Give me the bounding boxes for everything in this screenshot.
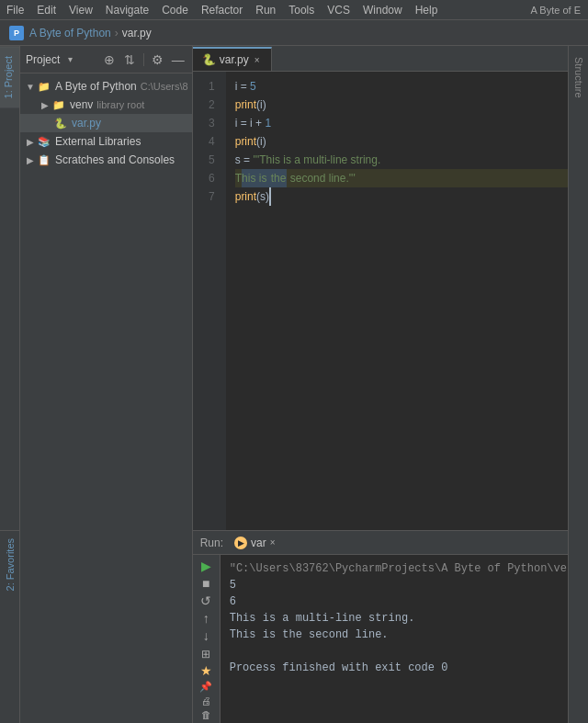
run-tab-var[interactable]: ▶ var × <box>229 535 281 551</box>
code-line-4: print ( i ) <box>235 132 588 151</box>
menu-window[interactable]: Window <box>356 2 409 18</box>
code-string-rest: second line.''' <box>287 169 355 187</box>
menu-refactor[interactable]: Refactor <box>195 2 249 18</box>
code-eq-2: = <box>237 114 250 132</box>
main-layout: 1: Project Project ▾ ⊕ ⇅ ⚙ — <box>0 46 588 723</box>
menu-help[interactable]: Help <box>409 2 445 18</box>
tree-item-varpy[interactable]: 🐍 var.py <box>20 114 192 132</box>
menu-tools[interactable]: Tools <box>282 2 321 18</box>
line-num-4: 4 <box>193 132 220 151</box>
menu-code[interactable]: Code <box>155 2 195 18</box>
run-layout-icon: ⊞ <box>201 648 210 661</box>
toolbar-separator <box>143 53 144 66</box>
code-func-print-3: print <box>235 187 256 206</box>
line-numbers: 1 2 3 4 5 6 7 <box>193 72 226 530</box>
run-stop-btn[interactable]: ■ <box>196 576 216 591</box>
code-line-7: print ( s ) <box>235 187 588 206</box>
titlebar-separator: › <box>115 27 119 40</box>
code-num-5: 5 <box>250 77 256 96</box>
right-sidebar: Structure <box>568 46 588 723</box>
run-pin-btn[interactable]: 📌 <box>196 681 216 693</box>
line-num-2: 2 <box>193 96 220 114</box>
code-plus: + <box>253 114 266 132</box>
tab-label: var.py <box>220 53 249 66</box>
tab-py-icon: 🐍 <box>202 53 216 66</box>
menu-navigate[interactable]: Navigate <box>99 2 155 18</box>
code-line-5: s = '''This is a multi-line string. <box>235 151 588 169</box>
tree-item-external[interactable]: ▶ 📚 External Libraries <box>20 132 192 151</box>
titlebar: P A Byte of Python › var.py <box>0 20 588 46</box>
toolbar-sync-btn[interactable]: ⇅ <box>121 51 138 68</box>
top-area: Project ▾ ⊕ ⇅ ⚙ — ▼ 📁 A Byte of Python <box>20 46 568 723</box>
run-output-line-3: 6 <box>230 593 588 610</box>
project-panel: Project ▾ ⊕ ⇅ ⚙ — ▼ 📁 A Byte of Python <box>20 46 193 723</box>
run-toolbar: ▶ ■ ↺ ↑ ↓ ⊞ ★ 📌 🖨 🗑 <box>193 555 220 723</box>
code-line-2: print ( i ) <box>235 96 588 114</box>
run-trash-btn[interactable]: 🗑 <box>196 709 216 720</box>
menu-edit[interactable]: Edit <box>30 2 62 18</box>
run-scroll-down-btn[interactable]: ↓ <box>196 628 216 643</box>
code-string-mid: T <box>235 169 242 187</box>
code-string-the: his is <box>242 169 270 187</box>
external-lib-icon: 📚 <box>37 134 51 149</box>
right-tab-structure[interactable]: Structure <box>571 50 587 106</box>
run-output-line-1: "C:\Users\83762\PycharmProjects\A Byte o… <box>230 560 588 577</box>
toolbar-collapse-btn[interactable]: — <box>170 51 187 68</box>
run-play-btn[interactable]: ▶ <box>196 559 216 573</box>
venv-label: venv <box>70 98 93 111</box>
run-favorites-btn[interactable]: ★ <box>196 663 216 678</box>
project-toolbar-title: Project <box>26 53 60 66</box>
menu-view[interactable]: View <box>62 2 99 18</box>
code-area[interactable]: 1 2 3 4 5 6 7 i = <box>193 72 588 530</box>
project-tree: ▼ 📁 A Byte of Python C:\Users\8 ▶ 📁 venv… <box>20 73 192 723</box>
code-line-6: T his is the second line.''' <box>235 169 588 187</box>
run-rerun-btn[interactable]: ↺ <box>196 593 216 608</box>
tree-item-venv[interactable]: ▶ 📁 venv library root <box>20 96 192 114</box>
menu-vcs[interactable]: VCS <box>321 2 356 18</box>
code-content[interactable]: i = 5 print ( i ) <box>226 72 588 530</box>
menu-file[interactable]: File <box>0 2 30 18</box>
titlebar-file: var.py <box>122 27 152 40</box>
app-name: A Byte of E <box>531 5 588 16</box>
code-paren-2: ) <box>263 96 266 114</box>
run-output-line-6 <box>230 643 588 660</box>
project-toolbar: Project ▾ ⊕ ⇅ ⚙ — <box>20 46 192 73</box>
run-label: Run: <box>200 537 223 549</box>
run-output-line-4: This is a multi-line string. <box>230 610 588 627</box>
run-settings-btn[interactable]: ⊞ <box>196 648 216 661</box>
toolbar-gear-btn[interactable]: ⚙ <box>150 51 166 68</box>
venv-arrow-icon: ▶ <box>39 98 51 111</box>
run-panel: Run: ▶ var × ▶ ■ ↺ ↑ <box>193 530 588 723</box>
project-icon: P <box>9 26 24 40</box>
code-string-start: '''This is a multi-line string. <box>253 151 380 169</box>
root-folder-icon: 📁 <box>37 79 51 94</box>
venv-library-root-label: library root <box>96 99 144 110</box>
code-line-3: i = i + 1 <box>235 114 588 132</box>
run-tab-close-icon[interactable]: × <box>270 537 276 548</box>
tab-close-icon[interactable]: × <box>253 54 262 66</box>
line-num-6: 6 <box>193 169 220 187</box>
tree-item-scratches[interactable]: ▶ 📋 Scratches and Consoles <box>20 151 192 169</box>
run-output: "C:\Users\83762\PycharmProjects\A Byte o… <box>220 555 588 723</box>
toolbar-plus-btn[interactable]: ⊕ <box>101 51 118 68</box>
editor-tab-varpy[interactable]: 🐍 var.py × <box>193 47 272 71</box>
code-num-1: 1 <box>265 114 271 132</box>
code-func-print-1: print <box>235 96 256 114</box>
run-scroll-up-btn[interactable]: ↑ <box>196 611 216 626</box>
bottom-left-sidebar: 2: Favorites <box>0 530 20 723</box>
tree-item-root[interactable]: ▼ 📁 A Byte of Python C:\Users\8 <box>20 77 192 96</box>
code-eq-3: = <box>241 151 254 169</box>
venv-folder-icon: 📁 <box>51 97 66 112</box>
scratches-arrow-icon: ▶ <box>24 153 37 166</box>
editor-area: 🐍 var.py × 1 2 3 4 5 6 <box>193 46 588 530</box>
run-output-line-5: This is the second line. <box>230 627 588 643</box>
run-output-line-2: 5 <box>230 577 588 593</box>
line-num-5: 5 <box>193 151 220 169</box>
sidebar-tab-project[interactable]: 1: Project <box>0 46 19 107</box>
bottom-tab-favorites[interactable]: 2: Favorites <box>2 531 18 598</box>
scratches-icon: 📋 <box>37 153 51 167</box>
menu-run[interactable]: Run <box>249 2 282 18</box>
root-label: A Byte of Python <box>55 80 137 93</box>
run-print-btn[interactable]: 🖨 <box>196 695 216 706</box>
run-tab-label: var <box>251 537 266 549</box>
